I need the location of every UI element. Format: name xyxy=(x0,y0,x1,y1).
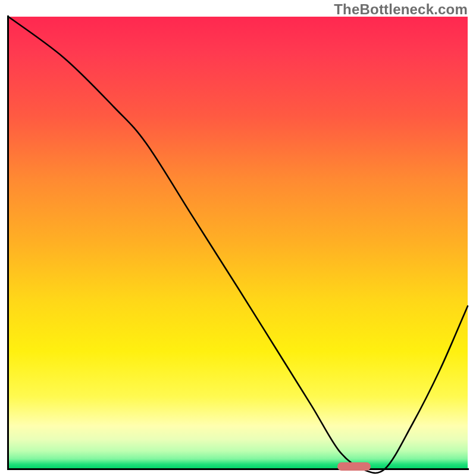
bottleneck-curve xyxy=(8,17,468,469)
chart-container: TheBottleneck.com xyxy=(0,0,476,476)
optimal-range-marker xyxy=(337,462,371,471)
watermark-text: TheBottleneck.com xyxy=(334,1,468,18)
